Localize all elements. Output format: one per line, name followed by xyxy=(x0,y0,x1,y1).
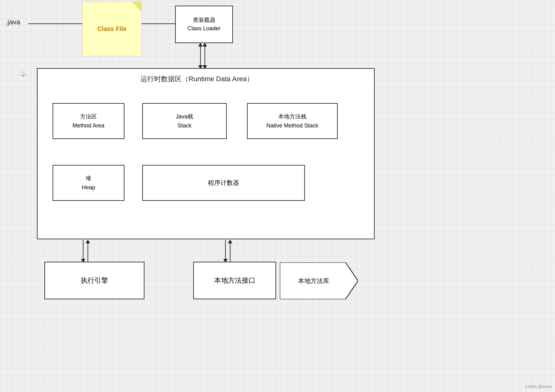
watermark: CSDN @meric xyxy=(525,384,552,389)
exec-engine-box: 执行引擎 xyxy=(44,262,144,299)
runtime-data-area-box xyxy=(37,68,375,239)
java-stack-line2: Stack xyxy=(177,121,191,130)
native-stack-line2: Native Method Stack xyxy=(266,121,318,130)
svg-marker-1 xyxy=(21,71,25,77)
runtime-area-title: 运行时数据区（Runtime Data Area） xyxy=(119,74,275,84)
heap-box: 堆 Heap xyxy=(53,165,124,201)
class-file-note: Class File xyxy=(82,2,142,56)
method-area-line1: 方法区 xyxy=(80,112,97,121)
arrow-cl-rda-left xyxy=(200,43,201,69)
native-interface-label: 本地方法接口 xyxy=(214,276,255,285)
diagram-container: .java Class File 类装载器 Class Loader 运行时数据… xyxy=(0,0,555,392)
method-area-box: 方法区 Method Area xyxy=(53,103,124,139)
exec-engine-label: 执行引擎 xyxy=(81,276,108,285)
arrow-ni-rda-down xyxy=(225,240,226,262)
heap-line1: 堆 xyxy=(86,174,91,183)
java-label: .java xyxy=(6,18,20,26)
class-loader-line1: 类装载器 xyxy=(193,16,215,24)
class-loader-line2: Class Loader xyxy=(187,24,220,33)
native-library-label: 本地方法库 xyxy=(298,277,329,285)
java-stack-line1: Java栈 xyxy=(176,112,193,121)
class-loader-box: 类装载器 Class Loader xyxy=(175,6,233,43)
native-stack-line1: 本地方法栈 xyxy=(278,112,306,121)
class-file-label: Class File xyxy=(97,25,126,32)
arrow-ni-rda-up xyxy=(230,240,230,262)
native-library-label-div: 本地方法库 xyxy=(280,262,347,299)
native-stack-box: 本地方法栈 Native Method Stack xyxy=(247,103,338,139)
native-interface-box: 本地方法接口 xyxy=(193,262,276,299)
arrow-cl-rda-right xyxy=(204,43,205,69)
program-counter-label: 程序计数器 xyxy=(208,179,239,187)
method-area-line2: Method Area xyxy=(73,121,104,130)
arrow-java-to-classfile xyxy=(28,23,91,24)
arrow-ee-rda-up xyxy=(88,240,88,262)
cursor xyxy=(21,71,25,77)
program-counter-box: 程序计数器 xyxy=(142,165,305,201)
java-stack-box: Java栈 Stack xyxy=(142,103,227,139)
heap-line2: Heap xyxy=(82,183,95,192)
arrow-ee-rda-down xyxy=(83,240,83,262)
